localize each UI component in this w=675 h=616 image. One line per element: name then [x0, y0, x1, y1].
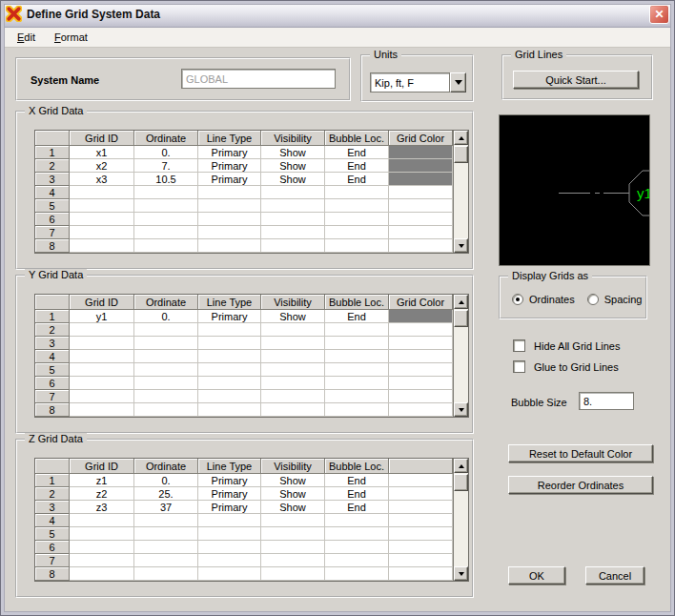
grid-cell[interactable] [198, 527, 261, 541]
grid-cell[interactable] [261, 541, 325, 554]
grid-cell[interactable]: Primary [198, 159, 261, 173]
grid-cell[interactable] [198, 199, 261, 213]
grid-cell[interactable] [134, 337, 198, 350]
grid-cell[interactable] [70, 226, 134, 239]
menu-item-edit[interactable]: Edit [10, 30, 42, 45]
grid-cell[interactable] [70, 350, 134, 363]
scroll-up-button[interactable] [454, 131, 468, 145]
row-number[interactable]: 5 [35, 199, 70, 213]
grid-cell[interactable] [198, 541, 261, 554]
grid-cell[interactable] [198, 226, 261, 239]
grid-cell[interactable]: Primary [198, 173, 261, 186]
grid-cell[interactable] [134, 377, 198, 390]
grid-cell[interactable] [70, 514, 134, 527]
grid-cell[interactable]: y1 [70, 310, 134, 323]
units-dropdown[interactable]: Kip, ft, F [370, 72, 466, 92]
grid-cell[interactable] [198, 213, 261, 226]
grid-cell[interactable] [70, 541, 134, 554]
grid-cell[interactable]: Show [261, 474, 325, 487]
grid-cell[interactable] [134, 390, 198, 403]
grid-cell[interactable] [261, 514, 325, 527]
grid-cell[interactable] [261, 377, 325, 390]
grid-cell[interactable] [389, 199, 453, 213]
radio-ordinates[interactable] [512, 294, 523, 305]
grid-cell[interactable] [325, 567, 389, 581]
grid-cell[interactable] [261, 527, 325, 541]
grid-cell[interactable] [325, 554, 389, 567]
grid-cell[interactable] [198, 239, 261, 253]
grid-cell[interactable] [261, 239, 325, 253]
grid-cell[interactable]: x2 [70, 159, 134, 173]
scroll-down-button[interactable] [454, 402, 468, 417]
grid-cell[interactable] [389, 323, 453, 337]
grid-cell[interactable]: 0. [134, 146, 198, 159]
grid-color-cell[interactable] [389, 310, 453, 323]
grid-cell[interactable] [261, 199, 325, 213]
grid-cell[interactable] [389, 487, 453, 501]
checkbox-glue-grid-lines[interactable] [513, 360, 525, 373]
grid-color-cell[interactable] [389, 146, 453, 159]
table-scrollbar[interactable] [453, 459, 468, 581]
grid-cell[interactable] [70, 363, 134, 377]
row-number[interactable]: 4 [35, 514, 70, 527]
grid-cell[interactable] [134, 554, 198, 567]
grid-cell[interactable] [70, 337, 134, 350]
grid-cell[interactable] [134, 226, 198, 239]
grid-cell[interactable] [325, 514, 389, 527]
grid-cell[interactable] [389, 363, 453, 377]
grid-cell[interactable] [70, 403, 134, 417]
title-bar[interactable]: Define Grid System Data ✕ [1, 1, 674, 28]
grid-cell[interactable]: End [325, 310, 389, 323]
grid-cell[interactable] [389, 213, 453, 226]
grid-cell[interactable] [325, 363, 389, 377]
close-button[interactable]: ✕ [649, 5, 669, 24]
grid-cell[interactable] [198, 403, 261, 417]
grid-cell[interactable] [70, 377, 134, 390]
quick-start-button[interactable]: Quick Start... [513, 71, 639, 89]
checkbox-hide-grid-lines-label[interactable]: Hide All Grid Lines [534, 340, 621, 352]
grid-cell[interactable] [70, 554, 134, 567]
grid-cell[interactable]: 0. [134, 474, 198, 487]
grid-cell[interactable] [70, 186, 134, 199]
row-number[interactable]: 2 [35, 159, 70, 173]
grid-cell[interactable] [134, 403, 198, 417]
grid-cell[interactable] [389, 554, 453, 567]
grid-cell[interactable] [198, 186, 261, 199]
row-number[interactable]: 8 [35, 567, 70, 581]
grid-cell[interactable]: Primary [198, 146, 261, 159]
radio-spacing[interactable] [587, 294, 599, 305]
grid-cell[interactable] [389, 186, 453, 199]
grid-cell[interactable] [70, 239, 134, 253]
grid-cell[interactable] [261, 186, 325, 199]
table-scrollbar[interactable] [453, 295, 468, 417]
row-number[interactable]: 7 [35, 226, 70, 239]
grid-cell[interactable] [198, 323, 261, 337]
row-number[interactable]: 5 [35, 363, 70, 377]
grid-cell[interactable] [389, 514, 453, 527]
grid-cell[interactable] [198, 337, 261, 350]
grid-cell[interactable] [389, 239, 453, 253]
row-number[interactable]: 7 [35, 554, 70, 567]
grid-cell[interactable]: Primary [198, 474, 261, 487]
row-number[interactable]: 3 [35, 337, 70, 350]
row-number[interactable]: 6 [35, 541, 70, 554]
grid-cell[interactable] [389, 403, 453, 417]
grid-cell[interactable] [134, 514, 198, 527]
checkbox-hide-grid-lines[interactable] [513, 339, 525, 352]
grid-cell[interactable] [325, 239, 389, 253]
scroll-thumb[interactable] [454, 474, 468, 491]
units-dropdown-button[interactable] [450, 72, 466, 92]
system-name-input[interactable] [181, 69, 336, 89]
grid-cell[interactable] [325, 213, 389, 226]
grid-cell[interactable] [70, 527, 134, 541]
grid-cell[interactable] [325, 226, 389, 239]
scroll-down-button[interactable] [454, 566, 468, 581]
grid-cell[interactable] [134, 567, 198, 581]
reset-default-color-button[interactable]: Reset to Default Color [508, 444, 653, 462]
row-number[interactable]: 6 [35, 213, 70, 226]
grid-cell[interactable] [134, 527, 198, 541]
grid-cell[interactable] [389, 226, 453, 239]
table-scrollbar[interactable] [453, 131, 468, 253]
grid-cell[interactable] [325, 541, 389, 554]
grid-cell[interactable] [389, 350, 453, 363]
